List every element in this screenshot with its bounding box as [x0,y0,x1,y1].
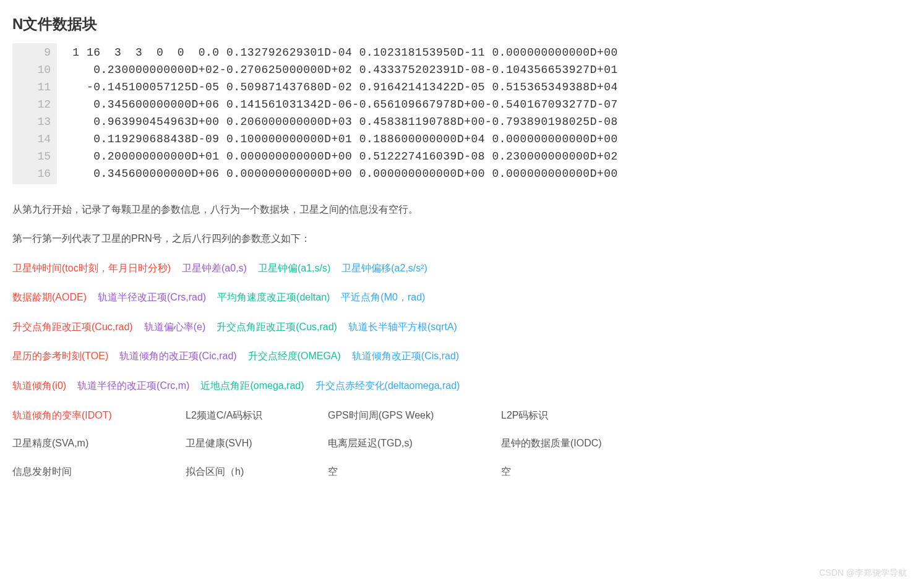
param-label: 数据龄期(AODE) [12,289,87,305]
param-label: 卫星钟差(a0,s) [182,260,247,276]
param-label: GPS时间周(GPS Week) [328,407,501,424]
param-row: 信息发射时间拟合区间（h)空空 [12,464,906,480]
param-row: 卫星精度(SVA,m)卫星健康(SVH)电离层延迟(TGD,s)星钟的数据质量(… [12,435,906,451]
param-label: 卫星精度(SVA,m) [12,435,186,451]
param-label: 电离层延迟(TGD,s) [328,435,501,451]
param-label: 空 [501,464,662,480]
param-row: 数据龄期(AODE)轨道半径改正项(Crs,rad)平均角速度改正项(delta… [12,289,906,305]
param-label: L2P码标识 [501,407,662,424]
paragraph-2: 第一行第一列代表了卫星的PRN号，之后八行四列的参数意义如下： [12,231,906,247]
param-label: 轨道倾角的变率(IDOT) [12,407,186,424]
param-label: 轨道倾角的改正项(Cic,rad) [119,348,236,364]
paragraph-1: 从第九行开始，记录了每颗卫星的参数信息，八行为一个数据块，卫星之间的信息没有空行… [12,202,906,218]
param-label: 近地点角距(omega,rad) [200,378,304,394]
param-label: 卫星钟偏(a1,s/s) [258,260,330,276]
section-title: N文件数据块 [12,12,906,36]
param-row: 升交点角距改正项(Cuc,rad)轨道偏心率(e)升交点角距改正项(Cus,ra… [12,319,906,335]
param-label: 轨道倾角改正项(Cis,rad) [352,348,459,364]
param-label: 卫星健康(SVH) [186,435,328,451]
code-block: 9 10 11 12 13 14 15 16 1 16 3 3 0 0 0.0 … [12,43,906,184]
param-label: 轨道倾角(i0) [12,378,66,394]
param-label: 卫星钟偏移(a2,s/s²) [341,260,427,276]
param-label: 轨道半径的改正项(Crc,m) [77,378,189,394]
line-number-gutter: 9 10 11 12 13 14 15 16 [12,43,57,184]
param-label: 轨道偏心率(e) [144,319,206,335]
param-label: L2频道C/A码标识 [186,407,328,424]
param-row: 轨道倾角(i0)轨道半径的改正项(Crc,m)近地点角距(omega,rad)升… [12,378,906,394]
param-row: 轨道倾角的变率(IDOT)L2频道C/A码标识GPS时间周(GPS Week)L… [12,407,906,424]
param-row: 星历的参考时刻(TOE)轨道倾角的改正项(Cic,rad)升交点经度(OMEGA… [12,348,906,364]
param-label: 信息发射时间 [12,464,186,480]
param-label: 平均角速度改正项(deltan) [217,289,330,305]
param-label: 拟合区间（h) [186,464,328,480]
param-rows-colored: 卫星钟时间(toc时刻，年月日时分秒)卫星钟差(a0,s)卫星钟偏(a1,s/s… [12,260,906,394]
param-label: 轨道半径改正项(Crs,rad) [98,289,206,305]
code-content: 1 16 3 3 0 0 0.0 0.132792629301D-04 0.10… [57,43,618,184]
param-rows-table: 轨道倾角的变率(IDOT)L2频道C/A码标识GPS时间周(GPS Week)L… [12,407,906,480]
param-row: 卫星钟时间(toc时刻，年月日时分秒)卫星钟差(a0,s)卫星钟偏(a1,s/s… [12,260,906,276]
param-label: 升交点赤经变化(deltaomega,rad) [315,378,460,394]
param-label: 升交点角距改正项(Cus,rad) [217,319,337,335]
param-label: 升交点角距改正项(Cuc,rad) [12,319,133,335]
param-label: 卫星钟时间(toc时刻，年月日时分秒) [12,260,171,276]
param-label: 星历的参考时刻(TOE) [12,348,108,364]
param-label: 星钟的数据质量(IODC) [501,435,662,451]
param-label: 升交点经度(OMEGA) [248,348,341,364]
param-label: 轨道长半轴平方根(sqrtA) [348,319,457,335]
param-label: 平近点角(M0，rad) [341,289,425,305]
param-label: 空 [328,464,501,480]
